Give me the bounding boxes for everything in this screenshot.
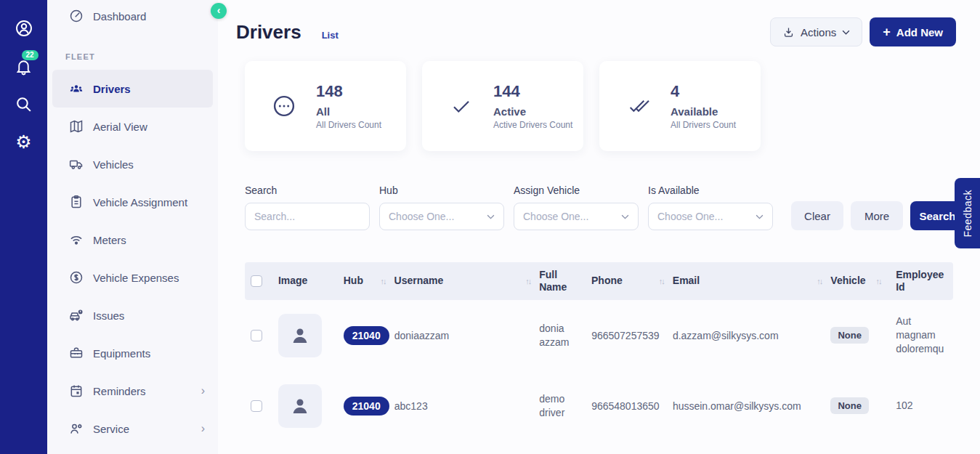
clear-button[interactable]: Clear <box>791 201 843 230</box>
filter-search: Search <box>245 185 370 230</box>
app-window: 22 ⚙ Dashboard FLEET Drivers <box>0 0 980 454</box>
sidebar-item-vehicle-assignment[interactable]: Vehicle Assignment <box>47 183 218 221</box>
row-checkbox[interactable] <box>251 400 262 412</box>
drivers-table: Image Hub ↑↓ Username ↑↓ Full Name Phone… <box>245 262 953 441</box>
sort-icon[interactable]: ↑↓ <box>376 277 386 285</box>
breadcrumb[interactable]: List <box>322 30 339 41</box>
search-icon[interactable] <box>15 94 33 113</box>
sidebar-item-vehicles[interactable]: Vehicles <box>47 145 218 183</box>
add-new-button[interactable]: + Add New <box>870 17 956 46</box>
stat-sublabel: All Drivers Count <box>671 120 736 130</box>
sidebar-item-label: Meters <box>93 234 126 246</box>
download-icon <box>782 26 795 38</box>
phone-cell: 966507257539 <box>587 330 668 341</box>
table-row[interactable]: 21040 abc123 demo driver 966548013650 hu… <box>245 370 953 441</box>
feedback-tab[interactable]: Feedback <box>955 178 980 248</box>
search-input[interactable] <box>245 203 370 230</box>
stats-row: 148 All All Drivers Count 144 Active Act… <box>218 46 980 151</box>
stat-card-all[interactable]: 148 All All Drivers Count <box>245 61 406 151</box>
sidebar-item-meters[interactable]: Meters <box>47 221 218 259</box>
sort-icon[interactable]: ↑↓ <box>655 277 664 285</box>
vehicle-cell: None <box>826 397 891 414</box>
stat-sublabel: Active Drivers Count <box>493 120 572 130</box>
column-header-full-name: Full Name <box>535 269 587 294</box>
column-header-vehicle[interactable]: Vehicle ↑↓ <box>826 275 891 288</box>
sidebar-item-issues[interactable]: Issues <box>47 296 218 334</box>
map-icon <box>69 119 84 134</box>
sidebar-item-label: Dashboard <box>93 10 146 23</box>
sidebar-item-label: Reminders <box>93 385 146 397</box>
assign-vehicle-select-value: Choose One... <box>523 211 588 222</box>
sidebar-item-label: Vehicles <box>93 158 134 171</box>
stat-label: Active <box>493 105 572 118</box>
hub-cell: 21040 <box>339 397 390 416</box>
person-icon <box>288 324 312 347</box>
plus-icon: + <box>883 25 891 38</box>
person-icon <box>288 394 312 418</box>
sidebar-item-service[interactable]: Service › <box>47 410 218 447</box>
sidebar-collapse-button[interactable]: ‹ <box>211 3 227 19</box>
filter-buttons: Clear More Search <box>791 201 965 230</box>
search-filter-label: Search <box>245 185 370 196</box>
column-header-image: Image <box>274 275 339 288</box>
is-available-select[interactable]: Choose One... <box>648 203 773 230</box>
profile-icon[interactable] <box>15 19 33 38</box>
stat-card-active[interactable]: 144 Active Active Drivers Count <box>422 61 583 151</box>
stat-card-text: 148 All All Drivers Count <box>316 82 381 130</box>
row-select-cell <box>245 400 274 412</box>
toolbox-icon <box>69 346 84 360</box>
main-content: Drivers List Actions + Add New <box>218 0 980 454</box>
more-button[interactable]: More <box>851 201 903 230</box>
is-available-filter-label: Is Available <box>648 185 773 196</box>
column-header-email[interactable]: Email ↑↓ <box>668 275 827 288</box>
row-checkbox[interactable] <box>251 330 262 341</box>
column-header-phone[interactable]: Phone ↑↓ <box>587 275 668 288</box>
sidebar: Dashboard FLEET Drivers Aerial View Vehi… <box>47 0 218 454</box>
filter-assign-vehicle: Assign Vehicle Choose One... <box>514 185 639 230</box>
sidebar-item-label: Issues <box>93 309 124 322</box>
sidebar-item-drivers[interactable]: Drivers <box>52 70 213 108</box>
select-all-checkbox[interactable] <box>251 275 262 287</box>
sidebar-item-vehicle-expenses[interactable]: Vehicle Expenses <box>47 259 218 296</box>
table-header-row: Image Hub ↑↓ Username ↑↓ Full Name Phone… <box>245 262 953 300</box>
hub-filter-label: Hub <box>379 185 504 196</box>
settings-gear-icon[interactable]: ⚙ <box>15 132 33 151</box>
sort-icon[interactable]: ↑↓ <box>872 277 881 285</box>
truck-icon <box>69 157 84 171</box>
column-header-employee-id: Employee Id <box>891 269 953 294</box>
column-header-hub[interactable]: Hub ↑↓ <box>339 275 390 288</box>
stat-sublabel: All Drivers Count <box>316 120 381 130</box>
stat-value: 148 <box>316 82 381 101</box>
column-header-username[interactable]: Username ↑↓ <box>390 275 535 288</box>
sort-icon[interactable]: ↑↓ <box>812 277 822 285</box>
actions-button[interactable]: Actions <box>770 17 862 46</box>
full-name-cell: donia azzam <box>535 322 587 349</box>
drivers-icon <box>69 81 84 96</box>
select-all-cell <box>245 275 274 287</box>
table-row[interactable]: 21040 doniaazzam donia azzam 96650725753… <box>245 300 953 370</box>
stat-value: 4 <box>671 82 736 101</box>
sort-icon[interactable]: ↑↓ <box>521 277 530 285</box>
sidebar-item-label: Equipments <box>93 347 150 360</box>
chevron-right-icon: › <box>201 422 205 435</box>
sidebar-item-equipments[interactable]: Equipments <box>47 334 218 372</box>
full-name-cell: demo driver <box>535 392 587 420</box>
hub-select[interactable]: Choose One... <box>379 203 504 230</box>
sidebar-item-aerial-view[interactable]: Aerial View <box>47 108 218 145</box>
sidebar-item-dashboard[interactable]: Dashboard <box>47 0 218 32</box>
driver-image-cell <box>274 384 339 428</box>
notifications-count-badge: 22 <box>22 50 39 60</box>
chevron-down-icon <box>487 214 495 219</box>
sidebar-item-label: Aerial View <box>93 121 147 133</box>
assign-vehicle-select[interactable]: Choose One... <box>514 203 639 230</box>
email-cell: d.azzam@silkysys.com <box>668 330 826 341</box>
hub-cell: 21040 <box>339 326 390 345</box>
hub-badge: 21040 <box>344 397 389 416</box>
notifications-bell-icon[interactable]: 22 <box>15 57 33 76</box>
actions-button-label: Actions <box>801 26 836 38</box>
feedback-tab-label: Feedback <box>962 190 973 237</box>
sidebar-item-reminders[interactable]: Reminders › <box>47 372 218 410</box>
stat-card-available[interactable]: 4 Available All Drivers Count <box>599 61 761 151</box>
dashboard-icon <box>69 9 84 23</box>
sidebar-item-label: Service <box>93 423 129 435</box>
